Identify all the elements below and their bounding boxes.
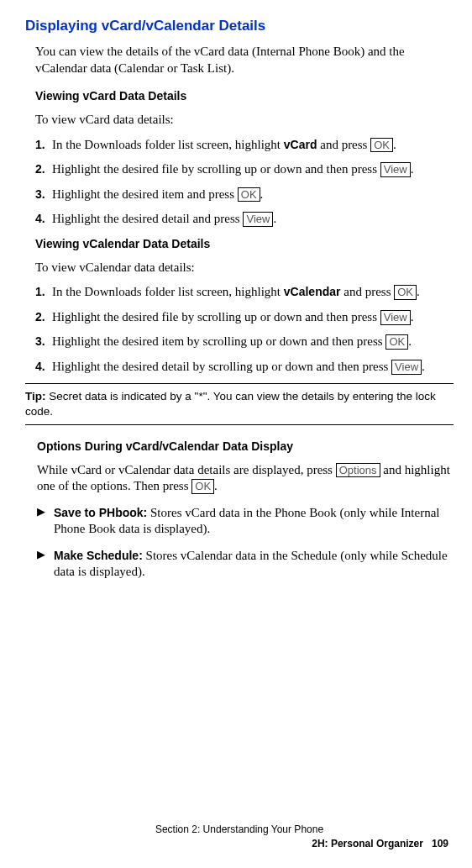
text: . (408, 334, 412, 348)
vcal-step-3: 3. Highlight the desired item by scrolli… (35, 334, 454, 350)
section-intro: You can view the details of the vCard da… (35, 44, 454, 76)
text: Highlight the desired item by scrolling … (52, 334, 385, 348)
text: In the Downloads folder list screen, hig… (52, 285, 284, 298)
subheading-vcalendar: Viewing vCalendar Data Details (35, 236, 454, 251)
step-body: Highlight the desired file by scrolling … (52, 161, 454, 178)
text: . (393, 138, 396, 151)
ok-key: OK (394, 285, 417, 300)
options-key: Options (336, 463, 380, 478)
vcal-step-1: 1. In the Downloads folder list screen, … (35, 284, 454, 301)
ok-key: OK (385, 334, 408, 350)
vcard-intro: To view vCard data details: (35, 112, 454, 129)
text: In the Downloads folder list screen, hig… (52, 138, 284, 151)
text: . (411, 310, 414, 324)
step-body: Highlight the desired item by scrolling … (52, 334, 454, 350)
bullet-save-phbook: ▶ Save to PHbook: Stores vCard data in t… (37, 505, 454, 538)
footer-section-line: Section 2: Understanding Your Phone (25, 823, 454, 837)
view-key: View (380, 162, 411, 177)
bullet-body: Save to PHbook: Stores vCard data in the… (54, 505, 454, 538)
step-number: 4. (35, 359, 49, 376)
vcal-step-4: 4. Highlight the desired detail by scrol… (35, 359, 454, 376)
text: and press (340, 285, 394, 298)
tip-block: Tip: Secret data is indicated by a "*". … (25, 383, 454, 424)
step-body: Highlight the desired detail and press V… (52, 211, 454, 228)
vcalendar-intro: To view vCalendar data details: (35, 260, 454, 276)
footer-chapter-line: 2H: Personal Organizer109 (25, 838, 454, 851)
vcard-step-4: 4. Highlight the desired detail and pres… (35, 211, 454, 228)
vcard-step-3: 3. Highlight the desired item and press … (35, 187, 454, 203)
text: Highlight the desired file by scrolling … (52, 310, 380, 324)
step-number: 4. (35, 211, 49, 228)
step-number: 2. (35, 309, 49, 326)
subheading-vcard: Viewing vCard Data Details (35, 88, 454, 103)
section-heading: Displaying vCard/vCalendar Details (25, 17, 454, 35)
bullet-label: Save to PHbook: (54, 506, 147, 519)
ok-key: OK (191, 479, 214, 494)
bullet-marker-icon: ▶ (37, 505, 50, 538)
text: . (273, 212, 276, 225)
text: . (260, 187, 264, 201)
text: . (214, 479, 218, 492)
text: While vCard or vCalendar data details ar… (37, 463, 336, 476)
step-body: Highlight the desired detail by scrollin… (52, 359, 454, 376)
text: . (411, 162, 414, 176)
text: Highlight the desired detail and press (52, 212, 243, 225)
step-number: 3. (35, 334, 49, 350)
step-body: In the Downloads folder list screen, hig… (52, 137, 454, 154)
step-body: Highlight the desired file by scrolling … (52, 309, 454, 326)
vcard-step-2: 2. Highlight the desired file by scrolli… (35, 161, 454, 178)
options-intro: While vCard or vCalendar data details ar… (37, 462, 454, 495)
view-key: View (380, 310, 411, 325)
bold-vcard: vCard (284, 138, 317, 151)
text: Highlight the desired detail by scrollin… (52, 360, 391, 373)
text: Highlight the desired file by scrolling … (52, 162, 380, 176)
bullet-label: Make Schedule: (54, 549, 143, 562)
view-key: View (243, 212, 273, 227)
page-number: 109 (432, 838, 448, 850)
bold-vcalendar: vCalendar (284, 285, 341, 298)
vcard-step-1: 1. In the Downloads folder list screen, … (35, 137, 454, 154)
text: Highlight the desired item and press (52, 187, 238, 201)
bullet-marker-icon: ▶ (37, 548, 50, 581)
tip-label: Tip: (25, 390, 46, 402)
step-number: 2. (35, 161, 49, 178)
step-body: Highlight the desired item and press OK. (52, 187, 454, 203)
step-number: 1. (35, 137, 49, 154)
vcal-step-2: 2. Highlight the desired file by scrolli… (35, 309, 454, 326)
text: and press (317, 138, 370, 151)
text: . (422, 360, 425, 373)
bullet-make-schedule: ▶ Make Schedule: Stores vCalendar data i… (37, 548, 454, 581)
options-heading: Options During vCard/vCalendar Data Disp… (37, 439, 454, 454)
step-number: 3. (35, 187, 49, 203)
footer-chapter: 2H: Personal Organizer (312, 838, 423, 850)
tip-body: Secret data is indicated by a "*". You c… (25, 390, 436, 418)
bullet-body: Make Schedule: Stores vCalendar data in … (54, 548, 454, 581)
ok-key: OK (238, 187, 260, 203)
step-number: 1. (35, 284, 49, 301)
view-key: View (391, 360, 422, 375)
text: . (417, 285, 420, 298)
page-footer: Section 2: Understanding Your Phone 2H: … (25, 823, 454, 851)
ok-key: OK (370, 138, 393, 153)
step-body: In the Downloads folder list screen, hig… (52, 284, 454, 301)
